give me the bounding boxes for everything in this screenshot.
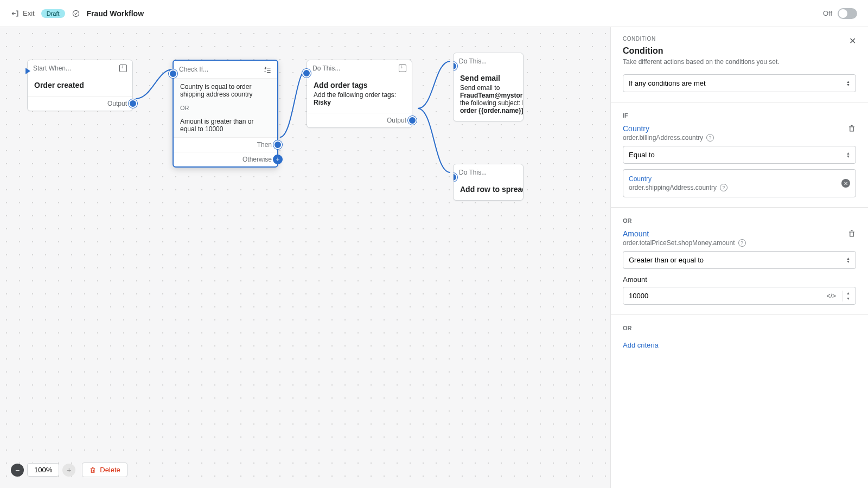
delete-condition-button[interactable] [847, 229, 856, 240]
node-start-title: Order created [34, 81, 84, 89]
node-email[interactable]: Do This... Send email Send email to Frau… [453, 53, 524, 121]
node-check-or: OR [174, 102, 277, 113]
c1-field-name[interactable]: Country [623, 124, 714, 133]
delete-button[interactable]: Delete [82, 463, 127, 477]
select-caret-icon: ▲▼ [846, 257, 850, 264]
svg-point-0 [73, 10, 79, 16]
close-button[interactable]: ✕ [849, 36, 856, 46]
c1-field-path: order.billingAddress.country ? [623, 134, 714, 142]
node-tags-label: Do This... [312, 65, 340, 72]
port-output[interactable] [129, 99, 137, 108]
node-start[interactable]: Start When... Order created Output [27, 60, 133, 111]
workflow-title: Fraud Workflow [87, 9, 144, 18]
node-check[interactable]: Check If... Country is equal to order sh… [173, 60, 278, 168]
enable-toggle[interactable] [838, 8, 857, 19]
or-label: OR [623, 217, 856, 224]
sidebar-desc: Take different actions based on the cond… [623, 58, 856, 66]
import-icon[interactable] [119, 65, 127, 72]
node-sheet[interactable]: Do This... Add row to spreadshe [453, 164, 524, 201]
node-tags-title: Add order tags [314, 81, 405, 89]
node-start-label: Start When... [33, 65, 71, 72]
node-sheet-title: Add row to spreadshe [460, 185, 524, 194]
c2-value-input-wrap: </> ▲▼ [623, 287, 856, 305]
zoom-in-button[interactable]: + [62, 464, 75, 477]
c2-field-name[interactable]: Amount [623, 229, 746, 238]
select-caret-icon: ▲▼ [846, 80, 850, 87]
clear-value-button[interactable]: ✕ [841, 179, 850, 188]
node-email-title: Send email [460, 74, 516, 82]
toggle-label: Off [823, 9, 832, 17]
node-tags-output-label: Output [387, 117, 406, 124]
c2-operator-select[interactable]: Greater than or equal to ▲▼ [623, 251, 856, 269]
node-email-label: Do This... [459, 57, 487, 65]
help-icon[interactable]: ? [706, 134, 714, 142]
add-criteria-button[interactable]: Add criteria [623, 341, 659, 349]
play-icon [25, 68, 30, 74]
node-email-l2: FraudTeam@mystore.co [460, 92, 516, 99]
exit-label: Exit [23, 9, 35, 17]
condition-mode-select[interactable]: If any conditions are met ▲▼ [623, 74, 856, 92]
add-branch-button[interactable]: + [273, 155, 283, 164]
node-tags[interactable]: Do This... Add order tags Add the follow… [307, 60, 412, 128]
exit-button[interactable]: Exit [11, 9, 35, 18]
c2-value-label: Amount [623, 275, 856, 284]
help-icon[interactable]: ? [720, 184, 727, 191]
node-email-l1: Send email to [460, 84, 516, 92]
trash-icon [89, 466, 97, 474]
c1-value-box[interactable]: Country order.shippingAddress.country ? … [623, 169, 856, 197]
node-check-then: Then [257, 141, 272, 149]
node-check-otherwise: Otherwise [242, 156, 272, 163]
node-start-output-label: Output [107, 100, 127, 107]
zoom-out-button[interactable]: − [11, 464, 24, 477]
port-then[interactable] [273, 140, 282, 149]
c2-field-path: order.totalPriceSet.shopMoney.amount ? [623, 239, 746, 247]
sidebar-title: Condition [623, 46, 663, 56]
node-tags-desc: Add the following order tags: Risky [314, 91, 405, 106]
node-sheet-label: Do This... [459, 169, 487, 176]
delete-label: Delete [100, 466, 120, 474]
port-output[interactable] [408, 116, 417, 125]
condition-mode-value: If any conditions are met [629, 79, 706, 87]
node-email-l4: order {{order.name}} [460, 107, 516, 114]
node-check-label: Check If... [179, 66, 208, 73]
help-icon[interactable]: ? [738, 239, 746, 247]
c1-operator-select[interactable]: Equal to ▲▼ [623, 146, 856, 164]
delete-condition-button[interactable] [847, 124, 856, 135]
c1-value-path: order.shippingAddress.country ? [629, 184, 850, 191]
port-input[interactable] [169, 69, 177, 78]
status-check-icon [72, 9, 80, 18]
sidebar-eyebrow: CONDITION [623, 36, 663, 42]
if-label: IF [623, 112, 856, 119]
condition-sidebar: CONDITION Condition ✕ Take different act… [610, 27, 868, 488]
canvas-toolbar: − 100% + Delete [11, 463, 127, 477]
condition-icon [263, 65, 272, 74]
exit-icon [11, 9, 20, 18]
c1-value-name: Country [629, 175, 850, 183]
top-bar: Exit Draft Fraud Workflow Off [0, 0, 868, 27]
draft-badge: Draft [41, 9, 65, 18]
zoom-value[interactable]: 100% [27, 463, 59, 477]
node-check-cond2: Amount is greater than or equal to 10000 [174, 113, 277, 137]
number-stepper[interactable]: ▲▼ [843, 291, 853, 301]
code-icon[interactable]: </> [822, 292, 840, 300]
port-input[interactable] [302, 69, 311, 78]
c2-value-input[interactable] [623, 287, 820, 304]
node-check-cond1: Country is equal to order shipping addre… [174, 78, 277, 102]
select-caret-icon: ▲▼ [846, 152, 850, 158]
import-icon[interactable] [399, 65, 406, 72]
node-email-l3: the following subject: Rev [460, 99, 516, 107]
or-label-2: OR [623, 325, 856, 331]
c2-operator-value: Greater than or equal to [629, 256, 704, 264]
c1-operator-value: Equal to [629, 151, 655, 159]
